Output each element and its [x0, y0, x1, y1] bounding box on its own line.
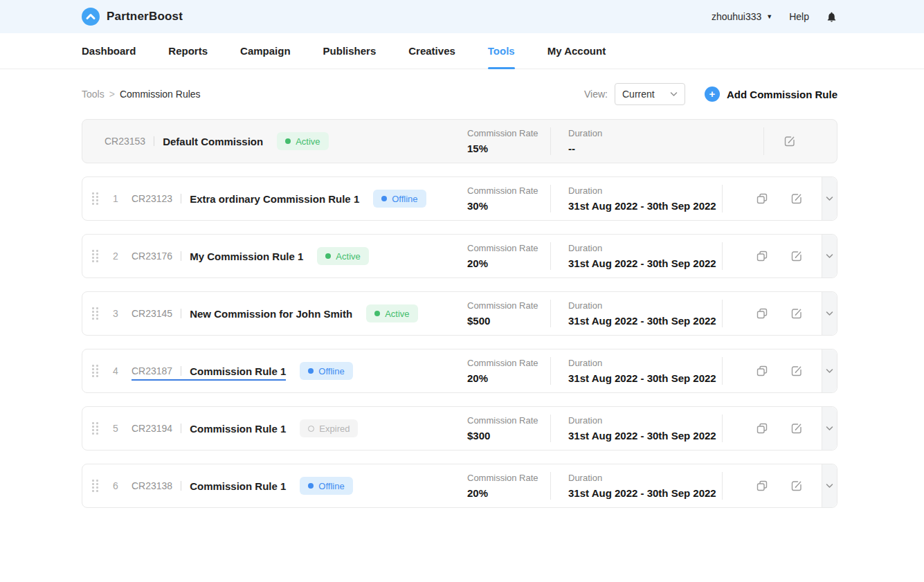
expand-row-button[interactable]: [822, 292, 837, 335]
duplicate-button[interactable]: [754, 478, 770, 494]
duplicate-button[interactable]: [754, 305, 770, 322]
drag-handle-icon[interactable]: [92, 365, 98, 377]
rule-name: Commission Rule 1: [190, 423, 286, 435]
user-menu[interactable]: zhouhui333 ▼: [712, 11, 772, 22]
commission-rate-label: Commission Rate: [467, 300, 538, 311]
logo-chevron-up-icon: [82, 8, 100, 26]
rule-id: CR23176: [132, 251, 172, 262]
view-select[interactable]: Current: [615, 83, 685, 105]
tab-campaign[interactable]: Campaign: [240, 33, 291, 69]
status-badge: Active: [366, 304, 417, 322]
duration-value: 31st Aug 2022 - 30th Sep 2022: [568, 372, 716, 384]
rule-id: CR23194: [132, 423, 172, 434]
row-order: 5: [111, 423, 120, 434]
tab-my-account[interactable]: My Account: [547, 33, 606, 69]
duplicate-button[interactable]: [754, 420, 770, 437]
row-order: 3: [111, 308, 120, 319]
rule-id: CR23153: [105, 136, 145, 147]
divider: [550, 357, 551, 385]
page-title: Commission Rules: [120, 89, 201, 100]
tab-reports[interactable]: Reports: [168, 33, 208, 69]
username: zhouhui333: [712, 11, 761, 22]
duplicate-button[interactable]: [754, 248, 770, 264]
expand-row-button[interactable]: [822, 177, 837, 220]
status-dot-icon: [374, 311, 380, 316]
rule-link[interactable]: CR23123 Extra ordinary Commission Rule 1: [132, 193, 359, 205]
add-commission-rule-label: Add Commission Rule: [727, 89, 837, 100]
divider: [763, 127, 764, 155]
duplicate-button[interactable]: [754, 190, 770, 207]
page-content: Tools > Commission Rules View: Current +…: [0, 69, 924, 508]
status-label: Offline: [318, 481, 344, 491]
expand-row-button[interactable]: [822, 407, 837, 450]
status-label: Active: [385, 309, 409, 319]
status-label: Active: [296, 136, 320, 147]
drag-handle-icon[interactable]: [92, 192, 98, 205]
status-badge: Expired: [300, 419, 358, 437]
breadcrumb-separator: >: [109, 89, 115, 100]
view-select-value: Current: [622, 89, 655, 100]
commission-rule-row: 3 CR23145 New Commission for John Smith …: [82, 291, 837, 336]
edit-button[interactable]: [788, 478, 805, 494]
add-commission-rule-button[interactable]: + Add Commission Rule: [705, 87, 837, 102]
rule-id: CR23145: [132, 308, 172, 319]
default-commission-card: CR23153 Default Commission Active Commis…: [82, 119, 837, 163]
edit-button[interactable]: [788, 248, 805, 264]
tab-tools[interactable]: Tools: [488, 33, 515, 69]
tab-publishers[interactable]: Publishers: [323, 33, 377, 69]
drag-handle-icon[interactable]: [92, 422, 98, 435]
edit-button[interactable]: [788, 363, 805, 379]
edit-button[interactable]: [788, 190, 805, 207]
status-dot-icon: [285, 138, 291, 144]
divider: [722, 242, 723, 270]
divider: [550, 472, 551, 500]
commission-rule-row: 5 CR23194 Commission Rule 1 Expired Comm…: [82, 406, 837, 451]
drag-handle-icon[interactable]: [92, 307, 98, 320]
commission-rate-label: Commission Rate: [467, 243, 538, 253]
edit-button[interactable]: [781, 133, 798, 149]
drag-handle-icon[interactable]: [92, 480, 98, 492]
divider: [722, 415, 723, 442]
commission-rate-value: 30%: [467, 200, 538, 212]
row-order: 2: [111, 251, 120, 262]
tab-creatives[interactable]: Creatives: [408, 33, 455, 69]
divider: [550, 300, 551, 327]
rule-link[interactable]: CR23145 New Commission for John Smith: [132, 308, 352, 320]
duration-label: Duration: [568, 128, 602, 138]
duration-value: 31st Aug 2022 - 30th Sep 2022: [568, 257, 716, 269]
drag-handle-icon[interactable]: [92, 250, 98, 262]
divider: [722, 185, 723, 212]
edit-button[interactable]: [788, 420, 805, 437]
duration-label: Duration: [568, 243, 716, 253]
chevron-down-icon: [826, 422, 833, 435]
commission-rate-value: 20%: [467, 257, 538, 269]
rule-link[interactable]: CR23187 Commission Rule 1: [132, 365, 286, 377]
brand-name: PartnerBoost: [107, 10, 183, 24]
commission-rate-label: Commission Rate: [467, 415, 538, 426]
expand-row-button[interactable]: [822, 464, 837, 507]
tab-dashboard[interactable]: Dashboard: [82, 33, 136, 69]
divider: [181, 251, 181, 261]
brand-logo[interactable]: PartnerBoost: [82, 8, 183, 26]
breadcrumb-tools[interactable]: Tools: [82, 89, 105, 100]
notification-bell-icon[interactable]: [826, 11, 837, 23]
rule-link[interactable]: CR23194 Commission Rule 1: [132, 423, 286, 435]
status-dot-icon: [325, 253, 331, 259]
commission-rate-value: 20%: [467, 372, 538, 384]
duplicate-button[interactable]: [754, 363, 770, 379]
rule-link[interactable]: CR23176 My Commission Rule 1: [132, 251, 303, 262]
commission-rate-label: Commission Rate: [467, 358, 538, 368]
edit-button[interactable]: [788, 305, 805, 322]
status-dot-icon: [308, 483, 314, 489]
commission-rate-value: $500: [467, 315, 538, 327]
status-badge: Offline: [300, 477, 352, 495]
divider: [181, 366, 181, 376]
rule-link[interactable]: CR23138 Commission Rule 1: [132, 480, 286, 492]
row-order: 4: [111, 365, 120, 376]
expand-row-button[interactable]: [822, 349, 837, 392]
duration-label: Duration: [568, 358, 716, 368]
help-link[interactable]: Help: [789, 11, 809, 22]
chevron-down-icon: [826, 480, 833, 492]
expand-row-button[interactable]: [822, 235, 837, 278]
chevron-down-icon: [826, 192, 833, 205]
